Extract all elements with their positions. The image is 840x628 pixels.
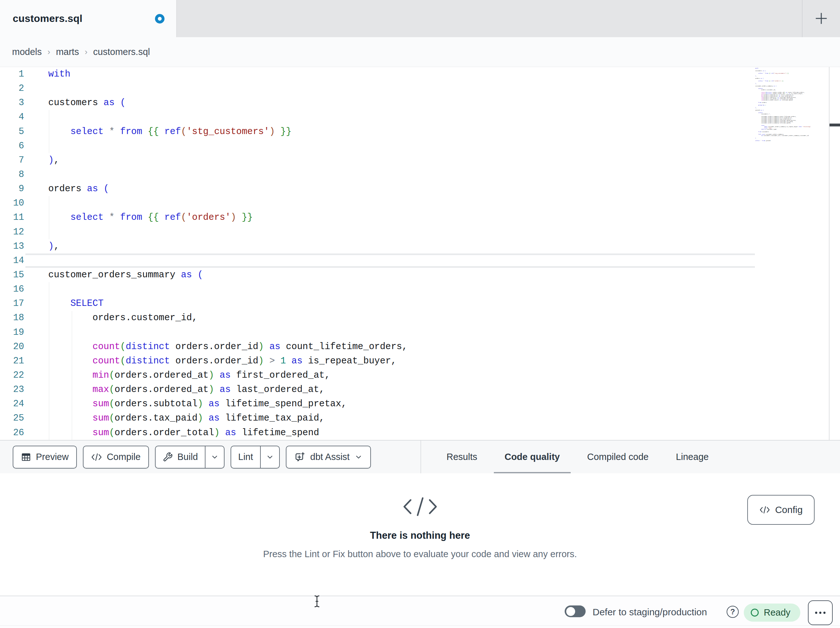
plus-icon [814, 11, 829, 26]
breadcrumb-item[interactable]: customers.sql [93, 47, 150, 57]
code-line[interactable]: 10 [0, 196, 840, 210]
code-line[interactable]: 17 SELECT [0, 296, 840, 311]
tab-customers-sql[interactable]: customers.sql [0, 0, 177, 37]
chevron-down-icon [210, 453, 219, 461]
panel-tab-compiled-code[interactable]: Compiled code [576, 441, 659, 473]
config-button[interactable]: Config [747, 495, 815, 525]
code-line-text [24, 168, 48, 182]
code-line[interactable]: 4 [0, 110, 840, 124]
code-line[interactable]: 18 orders.customer_id, [0, 311, 840, 325]
help-icon[interactable]: ? [726, 606, 739, 618]
line-number: 17 [0, 296, 24, 311]
code-line-text: count(distinct orders.order_id) > 1 as i… [24, 354, 396, 368]
line-number: 22 [0, 368, 24, 383]
build-split-button: Build [155, 446, 225, 468]
build-label: Build [177, 452, 198, 462]
dbt-assist-button[interactable]: dbt Assist [286, 446, 371, 468]
code-line-text [24, 282, 48, 296]
preview-label: Preview [36, 452, 69, 462]
wrench-icon [163, 452, 173, 462]
code-line[interactable]: 12 [0, 225, 840, 239]
line-number: 8 [0, 168, 24, 182]
code-line[interactable]: 11 select * from {{ ref('orders') }} [0, 210, 840, 225]
line-number: 7 [0, 153, 24, 168]
code-line-text: orders.customer_id, [24, 311, 197, 325]
empty-state-subtitle: Press the Lint or Fix button above to ev… [263, 549, 577, 559]
code-line[interactable]: 25 sum(orders.tax_paid) as lifetime_tax_… [0, 411, 840, 426]
chevron-down-icon [354, 453, 363, 461]
code-line[interactable]: 24 sum(orders.subtotal) as lifetime_spen… [0, 397, 840, 411]
code-line-text: ), [24, 239, 59, 253]
code-line-text: SELECT [24, 296, 104, 311]
code-line[interactable]: 9orders as ( [0, 182, 840, 196]
code-line[interactable]: 16 [0, 282, 840, 296]
code-line[interactable]: 3customers as ( [0, 96, 840, 110]
panel-tab-results[interactable]: Results [436, 441, 488, 473]
code-line[interactable]: 20 count(distinct orders.order_id) as co… [0, 340, 840, 354]
line-number: 11 [0, 210, 24, 225]
code-line[interactable]: 15customer_orders_summary as ( [0, 268, 840, 282]
preview-button[interactable]: Preview [13, 446, 77, 468]
panel-tab-code-quality[interactable]: Code quality [494, 441, 571, 473]
code-line[interactable]: 26 sum(orders.order_total) as lifetime_s… [0, 426, 840, 440]
build-button[interactable]: Build [156, 446, 205, 468]
empty-state: There is nothing here Press the Lint or … [0, 473, 840, 596]
code-icon [91, 452, 102, 462]
panel-tab-lineage[interactable]: Lineage [665, 441, 719, 473]
new-tab-button[interactable] [811, 8, 832, 29]
line-number: 20 [0, 340, 24, 354]
code-line-text [24, 81, 48, 96]
line-number: 14 [0, 253, 24, 268]
panel-tabs: ResultsCode qualityCompiled codeLineage [436, 441, 719, 473]
indent-guide [49, 196, 49, 239]
code-line[interactable]: 6 [0, 139, 840, 153]
code-line-text: select * from {{ ref('stg_customers') }} [24, 125, 292, 139]
build-dropdown-button[interactable] [205, 446, 224, 468]
breadcrumb-item[interactable]: marts [56, 47, 79, 57]
line-number: 5 [0, 125, 24, 139]
code-line-text: min(orders.ordered_at) as first_ordered_… [24, 368, 330, 383]
defer-label: Defer to staging/production [593, 596, 707, 628]
code-line[interactable]: 19 [0, 325, 840, 340]
line-number: 23 [0, 383, 24, 397]
compile-button[interactable]: Compile [83, 446, 148, 468]
code-line[interactable]: 8 [0, 168, 840, 182]
line-number: 25 [0, 411, 24, 426]
lint-dropdown-button[interactable] [260, 446, 279, 468]
code-line-text: sum(orders.order_total) as lifetime_spen… [24, 426, 319, 440]
code-line-text: orders as ( [24, 182, 109, 196]
line-number: 13 [0, 239, 24, 253]
tabbar-divider [802, 0, 802, 37]
code-line[interactable]: 13), [0, 239, 840, 253]
lint-button[interactable]: Lint [231, 446, 260, 468]
line-number: 10 [0, 196, 24, 210]
line-number: 12 [0, 225, 24, 239]
breadcrumb-row: models›marts›customers.sql Save [0, 37, 840, 67]
scrollbar-thumb[interactable] [829, 123, 840, 127]
assist-chat-sparkle-icon [294, 451, 306, 463]
code-line[interactable]: 23 max(orders.ordered_at) as last_ordere… [0, 383, 840, 397]
ready-circle-icon [751, 609, 759, 617]
more-options-button[interactable] [808, 600, 833, 625]
toolbar-tabs-divider [420, 441, 421, 473]
code-line-text: count(distinct orders.order_id) as count… [24, 340, 407, 354]
code-slash-icon [402, 496, 439, 517]
breadcrumb-item[interactable]: models [12, 47, 42, 57]
code-editor[interactable]: 1with23customers as (45 select * from {{… [0, 67, 840, 440]
indent-guide [49, 110, 49, 153]
defer-toggle[interactable] [565, 606, 586, 617]
code-line[interactable]: 7), [0, 153, 840, 168]
minimap[interactable]: with customers as ( select * from {{ ref… [755, 68, 829, 163]
minimap-content: with customers as ( select * from {{ ref… [755, 68, 829, 141]
code-line-text: customer_orders_summary as ( [24, 268, 203, 282]
indent-guide [72, 311, 72, 440]
code-line[interactable]: 5 select * from {{ ref('stg_customers') … [0, 125, 840, 139]
tab-title: customers.sql [13, 13, 82, 24]
code-line[interactable]: 1with [0, 67, 840, 81]
code-line[interactable]: 21 count(distinct orders.order_id) > 1 a… [0, 354, 840, 368]
unsaved-indicator-dot [155, 14, 164, 24]
code-line[interactable]: 22 min(orders.ordered_at) as first_order… [0, 368, 840, 383]
table-grid-icon [21, 452, 31, 462]
window-bottom-edge [0, 625, 840, 626]
code-line[interactable]: 2 [0, 81, 840, 96]
